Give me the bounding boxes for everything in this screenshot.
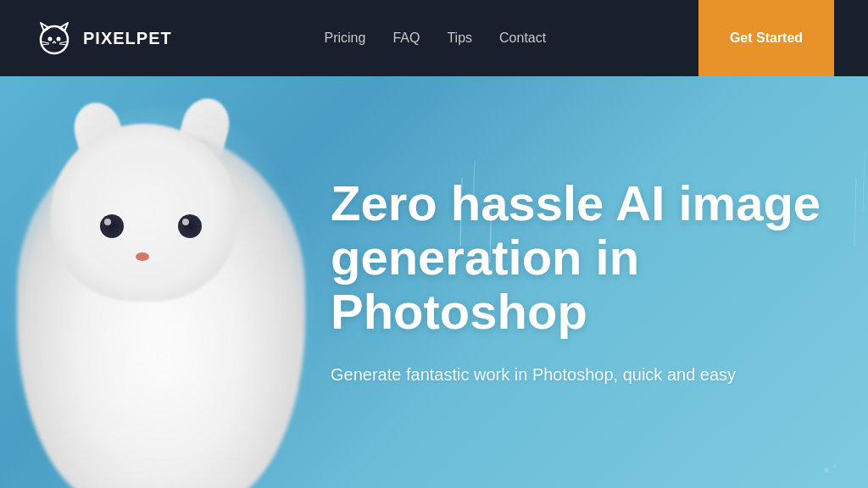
nav-pricing[interactable]: Pricing — [325, 30, 366, 46]
cat-head — [51, 124, 237, 302]
cat-illustration — [0, 76, 356, 488]
cat-eye-right — [178, 214, 202, 238]
logo[interactable]: PIXELPET — [34, 18, 172, 58]
nav-faq[interactable]: FAQ — [392, 30, 420, 46]
svg-point-1 — [48, 37, 53, 42]
hero-subtext: Generate fantastic work in Photoshop, qu… — [331, 363, 856, 388]
cat-eye-left — [100, 214, 124, 238]
main-nav: Pricing FAQ Tips Contact — [325, 30, 547, 46]
get-started-button[interactable]: Get Started — [698, 0, 834, 76]
hero-section: Zero hassle AI image generation in Photo… — [0, 76, 868, 488]
svg-point-2 — [57, 37, 61, 42]
cat-nose — [136, 252, 149, 261]
logo-icon — [34, 18, 75, 58]
header: PIXELPET Pricing FAQ Tips Contact Get St… — [0, 0, 868, 76]
nav-contact[interactable]: Contact — [499, 30, 546, 46]
hero-heading: Zero hassle AI image generation in Photo… — [331, 176, 856, 338]
hero-content: Zero hassle AI image generation in Photo… — [331, 176, 856, 387]
nav-tips[interactable]: Tips — [447, 30, 472, 46]
logo-text: PIXELPET — [83, 29, 172, 48]
